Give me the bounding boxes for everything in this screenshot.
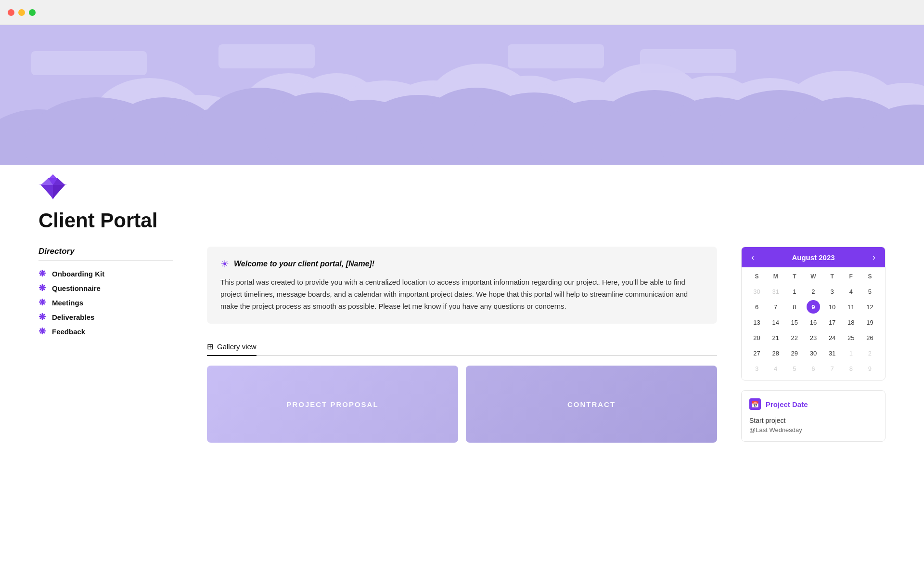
- day-header-m: M: [766, 271, 785, 282]
- calendar-day-5-3[interactable]: 6: [807, 362, 820, 375]
- welcome-body: This portal was created to provide you w…: [220, 276, 704, 312]
- close-button[interactable]: [8, 9, 14, 16]
- calendar-days: 3031123456789101112131415161718192021222…: [747, 284, 879, 376]
- calendar-day-5-2[interactable]: 5: [788, 362, 801, 375]
- calendar-day-5-0[interactable]: 3: [750, 362, 764, 375]
- gallery-card-proposal[interactable]: PROJECT PROPOSAL: [207, 366, 458, 443]
- sidebar-item-questionnaire[interactable]: ❋ Questionnaire: [38, 281, 173, 295]
- calendar-day-2-3[interactable]: 16: [807, 315, 820, 329]
- browser-chrome: [0, 0, 924, 25]
- day-header-w: W: [804, 271, 822, 282]
- day-header-s2: S: [860, 271, 879, 282]
- calendar-day-4-2[interactable]: 29: [788, 346, 801, 360]
- day-header-t2: T: [823, 271, 842, 282]
- center-content: ☀ Welcome to your client portal, [Name]!…: [192, 247, 732, 443]
- day-header-f: F: [842, 271, 860, 282]
- calendar-day-1-1[interactable]: 7: [769, 300, 783, 314]
- welcome-header: ☀ Welcome to your client portal, [Name]!: [220, 258, 704, 270]
- calendar-icon: 📅: [749, 398, 761, 410]
- gallery-icon: ⊞: [207, 342, 213, 351]
- minimize-button[interactable]: [18, 9, 25, 16]
- calendar-day-4-0[interactable]: 27: [750, 346, 764, 360]
- calendar-day-2-0[interactable]: 13: [750, 315, 764, 329]
- flower-icon-meetings: ❋: [38, 298, 47, 307]
- gallery-view-tab[interactable]: ⊞ Gallery view: [207, 338, 257, 356]
- gallery-card-contract[interactable]: CONTRACT: [466, 366, 717, 443]
- sidebar-item-meetings[interactable]: ❋ Meetings: [38, 295, 173, 310]
- flower-icon-feedback: ❋: [38, 327, 47, 336]
- calendar-day-3-6[interactable]: 26: [863, 331, 876, 344]
- calendar-day-1-0[interactable]: 6: [750, 300, 764, 314]
- calendar-day-5-1[interactable]: 4: [769, 362, 783, 375]
- page-title: Client Portal: [0, 199, 924, 247]
- gallery-tabs: ⊞ Gallery view: [207, 338, 717, 356]
- calendar-day-1-6[interactable]: 12: [863, 300, 876, 314]
- diamond-icon: [38, 174, 67, 199]
- calendar: ‹ August 2023 › S M T W T F S 3031123456…: [741, 247, 886, 381]
- calendar-day-2-4[interactable]: 17: [825, 315, 839, 329]
- calendar-day-4-6[interactable]: 2: [863, 346, 876, 360]
- calendar-day-0-5[interactable]: 4: [844, 285, 858, 298]
- sun-icon: ☀: [220, 258, 229, 270]
- calendar-day-0-0[interactable]: 30: [750, 285, 764, 298]
- calendar-day-3-0[interactable]: 20: [750, 331, 764, 344]
- calendar-day-0-6[interactable]: 5: [863, 285, 876, 298]
- svg-rect-36: [218, 44, 315, 68]
- calendar-day-1-2[interactable]: 8: [788, 300, 801, 314]
- flower-icon-questionnaire: ❋: [38, 284, 47, 292]
- calendar-day-2-5[interactable]: 18: [844, 315, 858, 329]
- day-header-s1: S: [747, 271, 766, 282]
- maximize-button[interactable]: [29, 9, 36, 16]
- welcome-title: Welcome to your client portal, [Name]!: [234, 260, 374, 268]
- calendar-day-3-3[interactable]: 23: [807, 331, 820, 344]
- calendar-day-3-4[interactable]: 24: [825, 331, 839, 344]
- sidebar: Directory ❋ Onboarding Kit ❋ Questionnai…: [38, 247, 192, 443]
- flower-icon-deliverables: ❋: [38, 313, 47, 321]
- calendar-day-5-4[interactable]: 7: [825, 362, 839, 375]
- calendar-day-2-1[interactable]: 14: [769, 315, 783, 329]
- calendar-prev-button[interactable]: ‹: [749, 253, 756, 262]
- calendar-day-0-2[interactable]: 1: [788, 285, 801, 298]
- gallery-grid: PROJECT PROPOSAL CONTRACT: [207, 366, 717, 443]
- calendar-day-5-5[interactable]: 8: [844, 362, 858, 375]
- calendar-day-4-3[interactable]: 30: [807, 346, 820, 360]
- calendar-day-headers: S M T W T F S: [747, 271, 879, 282]
- calendar-day-0-4[interactable]: 3: [825, 285, 839, 298]
- svg-rect-38: [640, 49, 736, 73]
- flower-icon-onboarding: ❋: [38, 269, 47, 278]
- calendar-day-3-2[interactable]: 22: [788, 331, 801, 344]
- start-project-label: Start project: [749, 415, 877, 426]
- calendar-day-2-6[interactable]: 19: [863, 315, 876, 329]
- sidebar-item-onboarding[interactable]: ❋ Onboarding Kit: [38, 266, 173, 281]
- project-date-card: 📅 Project Date Start project @Last Wedne…: [741, 390, 886, 442]
- calendar-day-4-5[interactable]: 1: [844, 346, 858, 360]
- main-content: Directory ❋ Onboarding Kit ❋ Questionnai…: [0, 247, 924, 443]
- calendar-day-1-5[interactable]: 11: [844, 300, 858, 314]
- svg-rect-37: [508, 44, 604, 68]
- calendar-day-0-1[interactable]: 31: [769, 285, 783, 298]
- sidebar-item-deliverables[interactable]: ❋ Deliverables: [38, 310, 173, 324]
- welcome-box: ☀ Welcome to your client portal, [Name]!…: [207, 247, 717, 324]
- svg-rect-35: [31, 51, 147, 75]
- calendar-day-3-1[interactable]: 21: [769, 331, 783, 344]
- calendar-day-5-6[interactable]: 9: [863, 362, 876, 375]
- calendar-day-4-1[interactable]: 28: [769, 346, 783, 360]
- calendar-day-1-4[interactable]: 10: [825, 300, 839, 314]
- banner-image: [0, 25, 924, 165]
- right-sidebar: ‹ August 2023 › S M T W T F S 3031123456…: [732, 247, 886, 443]
- calendar-day-2-2[interactable]: 15: [788, 315, 801, 329]
- sidebar-title: Directory: [38, 247, 173, 261]
- calendar-grid: S M T W T F S 30311234567891011121314151…: [742, 267, 885, 380]
- calendar-next-button[interactable]: ›: [871, 253, 877, 262]
- calendar-day-0-3[interactable]: 2: [807, 285, 820, 298]
- sidebar-item-feedback[interactable]: ❋ Feedback: [38, 324, 173, 339]
- calendar-month-year: August 2023: [792, 253, 834, 262]
- card-proposal-label: PROJECT PROPOSAL: [286, 400, 378, 408]
- calendar-day-1-3[interactable]: 9: [807, 300, 820, 314]
- card-contract-label: CONTRACT: [567, 400, 616, 408]
- project-date-sub: @Last Wednesday: [749, 426, 877, 434]
- calendar-day-4-4[interactable]: 31: [825, 346, 839, 360]
- project-date-title: Project Date: [766, 400, 808, 408]
- project-date-header: 📅 Project Date: [749, 398, 877, 410]
- calendar-day-3-5[interactable]: 25: [844, 331, 858, 344]
